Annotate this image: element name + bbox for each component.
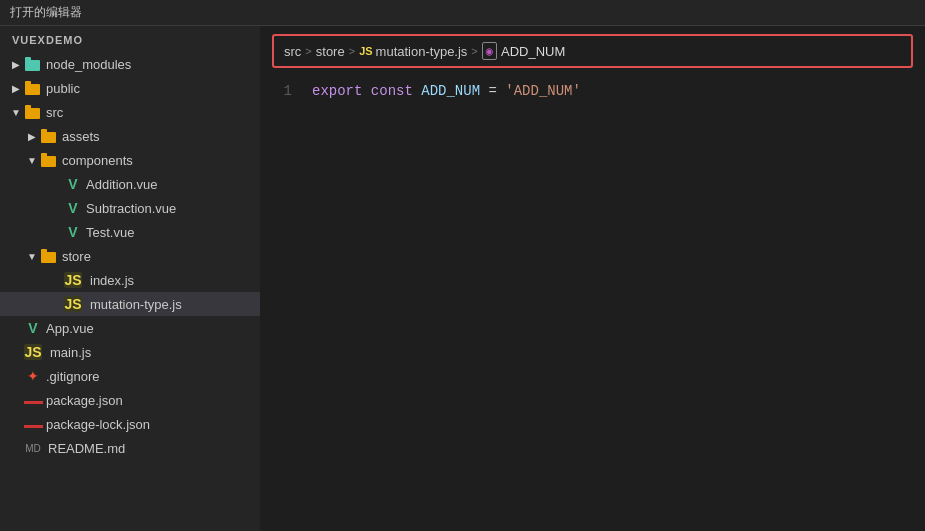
- top-bar: 打开的编辑器: [0, 0, 925, 26]
- code-line-1: export const ADD_NUM = 'ADD_NUM': [312, 80, 581, 102]
- tree-item-mutation-type-js[interactable]: JS mutation-type.js: [0, 292, 260, 316]
- tree-item-package-json[interactable]: ▬▬ package.json: [0, 388, 260, 412]
- vue-icon: V: [64, 200, 82, 216]
- tree-item-readme-md[interactable]: MD README.md: [0, 436, 260, 460]
- code-container: 1 export const ADD_NUM = 'ADD_NUM': [272, 80, 913, 102]
- tree-item-app-vue[interactable]: V App.vue: [0, 316, 260, 340]
- tree-item-label: src: [46, 105, 63, 120]
- js-badge: JS: [359, 45, 372, 57]
- folder-icon: [24, 80, 42, 96]
- line-number-1: 1: [284, 83, 292, 99]
- tree-item-label: App.vue: [46, 321, 94, 336]
- svg-rect-7: [41, 129, 47, 133]
- tree-item-addition-vue[interactable]: V Addition.vue: [0, 172, 260, 196]
- folder-icon: [40, 248, 58, 264]
- tree-item-label: .gitignore: [46, 369, 99, 384]
- svg-rect-9: [41, 153, 47, 157]
- tree-item-components[interactable]: ▼ components: [0, 148, 260, 172]
- folder-icon: [24, 104, 42, 120]
- tree-item-label: components: [62, 153, 133, 168]
- js-icon: JS: [24, 344, 42, 360]
- tree-item-index-js[interactable]: JS index.js: [0, 268, 260, 292]
- tree-item-store[interactable]: ▼ store: [0, 244, 260, 268]
- arrow-icon: ▼: [8, 107, 24, 118]
- tree-item-label: Subtraction.vue: [86, 201, 176, 216]
- line-numbers: 1: [272, 80, 292, 102]
- svg-rect-3: [25, 81, 31, 85]
- breadcrumb-sep3: >: [471, 45, 477, 57]
- tree-item-label: package-lock.json: [46, 417, 150, 432]
- js-icon: JS: [64, 296, 82, 312]
- sidebar: VUEXDEMO ▶ node_modules ▶ public ▼ src ▶: [0, 26, 260, 531]
- tree-item-label: mutation-type.js: [90, 297, 182, 312]
- svg-rect-11: [41, 249, 47, 253]
- string-value: 'ADD_NUM': [505, 83, 581, 99]
- tree-item-label: Addition.vue: [86, 177, 158, 192]
- tree-item-label: public: [46, 81, 80, 96]
- svg-rect-0: [25, 60, 40, 71]
- svg-rect-5: [25, 105, 31, 109]
- folder-icon: [40, 128, 58, 144]
- vue-icon: V: [24, 320, 42, 336]
- tree-item-package-lock-json[interactable]: ▬▬ package-lock.json: [0, 412, 260, 436]
- breadcrumb-sep1: >: [305, 45, 311, 57]
- svg-rect-2: [25, 84, 40, 95]
- tree-item-label: main.js: [50, 345, 91, 360]
- svg-rect-10: [41, 252, 56, 263]
- svg-rect-6: [41, 132, 56, 143]
- tree-item-label: node_modules: [46, 57, 131, 72]
- tree-item-test-vue[interactable]: V Test.vue: [0, 220, 260, 244]
- tree-item-gitignore[interactable]: ✦ .gitignore: [0, 364, 260, 388]
- vue-icon: V: [64, 224, 82, 240]
- tree-item-src[interactable]: ▼ src: [0, 100, 260, 124]
- folder-icon: [24, 56, 42, 72]
- breadcrumb-src: src: [284, 44, 301, 59]
- gitignore-icon: ✦: [24, 368, 42, 384]
- svg-rect-4: [25, 108, 40, 119]
- tree-item-label: index.js: [90, 273, 134, 288]
- tree-item-assets[interactable]: ▶ assets: [0, 124, 260, 148]
- tree-item-label: package.json: [46, 393, 123, 408]
- md-icon: MD: [24, 440, 42, 456]
- sidebar-section-title: VUEXDEMO: [0, 30, 260, 52]
- arrow-icon: ▼: [24, 251, 40, 262]
- tree-item-label: assets: [62, 129, 100, 144]
- breadcrumb-symbol-name: ADD_NUM: [501, 44, 565, 59]
- vue-icon: V: [64, 176, 82, 192]
- tree-item-label: store: [62, 249, 91, 264]
- svg-rect-8: [41, 156, 56, 167]
- package-icon: ▬▬: [24, 392, 42, 408]
- tree-item-subtraction-vue[interactable]: V Subtraction.vue: [0, 196, 260, 220]
- package-lock-icon: ▬▬: [24, 416, 42, 432]
- tree-item-main-js[interactable]: JS main.js: [0, 340, 260, 364]
- tree-item-node_modules[interactable]: ▶ node_modules: [0, 52, 260, 76]
- arrow-icon: ▶: [24, 131, 40, 142]
- main-layout: VUEXDEMO ▶ node_modules ▶ public ▼ src ▶: [0, 26, 925, 531]
- js-icon: JS: [64, 272, 82, 288]
- editor-area: src > store > JS mutation-type.js > ◉ AD…: [260, 26, 925, 531]
- breadcrumb-store: store: [316, 44, 345, 59]
- breadcrumb: src > store > JS mutation-type.js > ◉ AD…: [272, 34, 913, 68]
- symbol-icon: ◉: [482, 42, 497, 60]
- arrow-icon: ▶: [8, 83, 24, 94]
- arrow-icon: ▶: [8, 59, 24, 70]
- tree-item-label: README.md: [48, 441, 125, 456]
- export-keyword: export: [312, 83, 362, 99]
- folder-icon: [40, 152, 58, 168]
- tree-item-label: Test.vue: [86, 225, 134, 240]
- top-bar-label: 打开的编辑器: [10, 4, 82, 21]
- const-keyword: const: [371, 83, 413, 99]
- arrow-icon: ▼: [24, 155, 40, 166]
- tree-item-public[interactable]: ▶ public: [0, 76, 260, 100]
- breadcrumb-filename: mutation-type.js: [376, 44, 468, 59]
- breadcrumb-js-label: JS mutation-type.js: [359, 44, 467, 59]
- breadcrumb-sep2: >: [349, 45, 355, 57]
- identifier-add-num: ADD_NUM: [421, 83, 480, 99]
- operator-equals: =: [488, 83, 496, 99]
- svg-rect-1: [25, 57, 31, 61]
